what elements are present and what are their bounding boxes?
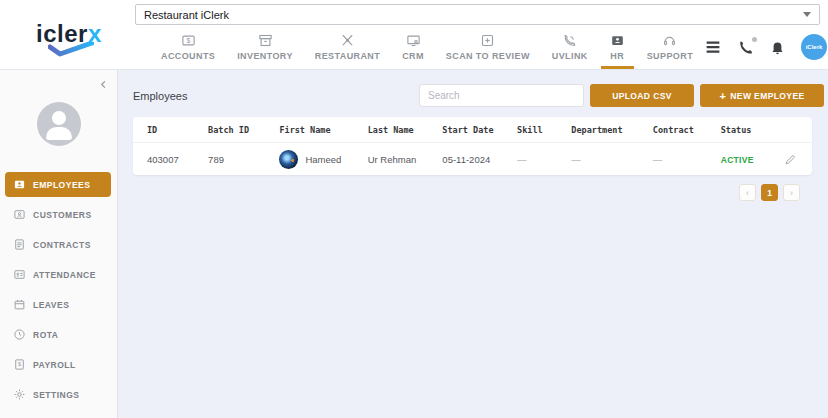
badge-icon: [13, 178, 26, 191]
tab-label: UVLINK: [552, 51, 588, 61]
bell-icon[interactable]: [769, 39, 786, 56]
tab-label: INVENTORY: [237, 51, 293, 61]
cell-batch-id: 789: [194, 154, 265, 165]
sidebar-item-label: ROTA: [33, 330, 58, 340]
edit-pencil-icon[interactable]: [784, 153, 797, 166]
tab-label: CRM: [402, 51, 424, 61]
col-header-skill: Skill: [503, 125, 557, 135]
sidebar-item-rota[interactable]: ROTA: [5, 322, 111, 347]
sidebar: EMPLOYEES CUSTOMERS CONTRACTS ATTENDANCE…: [0, 70, 118, 418]
sidebar-item-label: PAYROLL: [33, 360, 76, 370]
col-header-status: Status: [707, 125, 755, 135]
tab-label: ACCOUNTS: [161, 51, 215, 61]
sidebar-item-settings[interactable]: SETTINGS: [5, 382, 111, 407]
pagination-next-button[interactable]: ›: [783, 184, 800, 201]
page-title: Employees: [133, 90, 187, 102]
sidebar-item-customers[interactable]: CUSTOMERS: [5, 202, 111, 227]
cell-last-name: Ur Rehman: [354, 154, 429, 165]
col-header-id: ID: [133, 125, 194, 135]
company-select-value: Restaurant iClerk: [144, 9, 229, 21]
attendance-card-icon: [13, 268, 26, 281]
svg-text:$: $: [18, 361, 21, 367]
sidebar-collapse-chevron-icon[interactable]: [98, 76, 109, 94]
table-row[interactable]: 403007 789 Hameed Ur Rehman 05-11-2024 —…: [133, 142, 812, 175]
inventory-icon: [258, 33, 273, 48]
col-header-batch-id: Batch ID: [194, 125, 265, 135]
cell-department: —: [557, 154, 638, 165]
sidebar-item-attendance[interactable]: ATTENDANCE: [5, 262, 111, 287]
tab-support[interactable]: SUPPORT: [636, 25, 704, 69]
phone-call-icon: [562, 33, 577, 48]
sidebar-item-label: LEAVES: [33, 300, 69, 310]
tab-label: RESTAURANT: [315, 51, 380, 61]
col-header-department: Department: [557, 125, 638, 135]
sidebar-item-payroll[interactable]: $ PAYROLL: [5, 352, 111, 377]
tab-label: HR: [610, 51, 624, 61]
sidebar-item-employees[interactable]: EMPLOYEES: [5, 172, 111, 197]
app-logo: iclerx: [0, 0, 130, 69]
company-select[interactable]: Restaurant iClerk: [135, 4, 820, 25]
customers-badge-icon: [13, 208, 26, 221]
new-employee-button[interactable]: +NEW EMPLOYEE: [700, 84, 824, 107]
chevron-down-icon: [803, 12, 811, 17]
pagination-page-1-button[interactable]: 1: [761, 184, 778, 201]
crm-icon: [406, 33, 421, 48]
tab-crm[interactable]: CRM: [391, 25, 435, 69]
notification-dot: [752, 37, 757, 42]
cell-first-name: Hameed: [265, 150, 353, 169]
cell-contract: —: [639, 154, 707, 165]
table-header-row: ID Batch ID First Name Last Name Start D…: [133, 117, 812, 142]
pagination: ‹ 1 ›: [118, 184, 800, 201]
tab-label: SUPPORT: [647, 51, 693, 61]
status-badge: ACTIVE: [721, 155, 754, 165]
search-input[interactable]: [419, 84, 584, 107]
sidebar-item-label: EMPLOYEES: [33, 180, 90, 190]
avatar[interactable]: iClerk: [801, 34, 827, 60]
profile-avatar[interactable]: [37, 102, 81, 146]
col-header-last-name: Last Name: [354, 125, 429, 135]
tab-scan-to-review[interactable]: SCAN TO REVIEW: [435, 25, 541, 69]
module-tabs: $ ACCOUNTS INVENTORY RESTAURANT CRM SCAN…: [130, 25, 828, 69]
col-header-contract: Contract: [639, 125, 707, 135]
first-name-text: Hameed: [305, 154, 341, 165]
cell-skill: —: [503, 154, 557, 165]
tab-inventory[interactable]: INVENTORY: [226, 25, 304, 69]
list-icon[interactable]: [704, 38, 722, 56]
clock-icon: [13, 328, 26, 341]
cell-id: 403007: [133, 154, 194, 165]
svg-text:$: $: [186, 37, 190, 44]
upload-csv-button[interactable]: UPLOAD CSV: [590, 84, 694, 107]
sidebar-menu: EMPLOYEES CUSTOMERS CONTRACTS ATTENDANCE…: [0, 172, 117, 407]
sidebar-item-label: SETTINGS: [33, 390, 80, 400]
tab-label: SCAN TO REVIEW: [446, 51, 530, 61]
logo-checkmark-icon: [48, 42, 94, 57]
tab-hr[interactable]: HR: [599, 25, 636, 69]
plus-icon: +: [719, 90, 726, 102]
gear-icon: [13, 388, 26, 401]
col-header-first-name: First Name: [265, 125, 353, 135]
headset-icon: [662, 33, 677, 48]
sidebar-item-label: CUSTOMERS: [33, 210, 92, 220]
restaurant-icon: [340, 33, 355, 48]
accounts-icon: $: [181, 33, 196, 48]
tab-accounts[interactable]: $ ACCOUNTS: [150, 25, 226, 69]
sidebar-item-leaves[interactable]: LEAVES: [5, 292, 111, 317]
sidebar-item-label: CONTRACTS: [33, 240, 91, 250]
hr-badge-icon: [610, 33, 625, 48]
tab-restaurant[interactable]: RESTAURANT: [304, 25, 391, 69]
scan-icon: [480, 33, 495, 48]
document-icon: [13, 238, 26, 251]
phone-icon[interactable]: [737, 39, 754, 56]
employees-table: ID Batch ID First Name Last Name Start D…: [133, 117, 812, 175]
tab-uvlink[interactable]: UVLINK: [541, 25, 599, 69]
top-bar: iclerx Restaurant iClerk $ ACCOUNTS INVE…: [0, 0, 828, 70]
sidebar-item-label: ATTENDANCE: [33, 270, 96, 280]
col-header-start-date: Start Date: [428, 125, 503, 135]
payroll-doc-icon: $: [13, 358, 26, 371]
employee-avatar: [279, 150, 298, 169]
main-content: Employees UPLOAD CSV +NEW EMPLOYEE ID Ba…: [118, 70, 828, 418]
calendar-icon: [13, 298, 26, 311]
sidebar-item-contracts[interactable]: CONTRACTS: [5, 232, 111, 257]
pagination-prev-button[interactable]: ‹: [739, 184, 756, 201]
new-employee-label: NEW EMPLOYEE: [730, 91, 804, 101]
